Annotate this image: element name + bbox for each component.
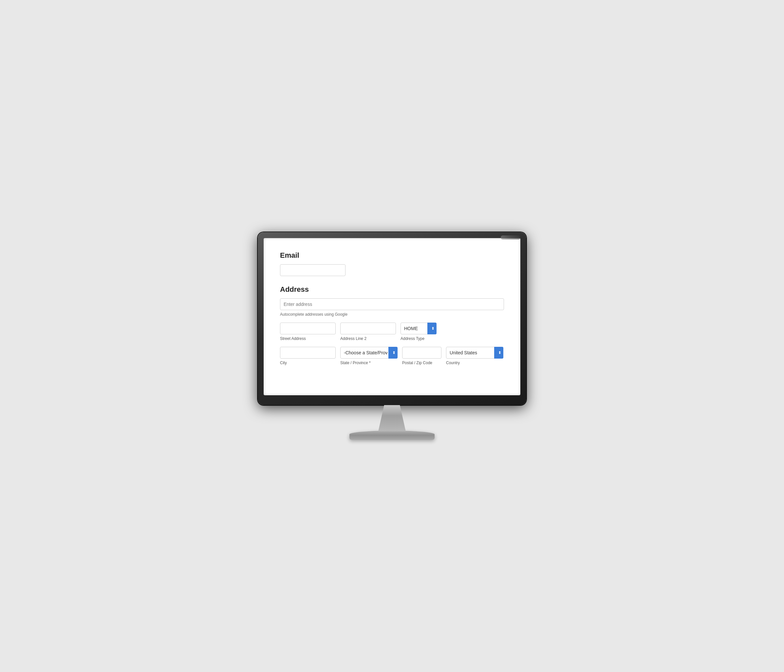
street-address-group: Street Address bbox=[280, 323, 336, 341]
state-select[interactable]: -Choose a State/Province- Alabama Alaska… bbox=[340, 347, 398, 359]
email-input[interactable] bbox=[280, 264, 345, 276]
address-type-group: HOME WORK OTHER Address Type bbox=[401, 323, 437, 341]
email-label: Email bbox=[280, 251, 504, 260]
address-row-2: City -Choose a State/Province- Alabama A… bbox=[280, 347, 504, 365]
address-line2-group: Address Line 2 bbox=[340, 323, 396, 341]
address-section: Address Autocomplete addresses using Goo… bbox=[280, 285, 504, 365]
country-select[interactable]: United States Canada United Kingdom Aust… bbox=[446, 347, 503, 359]
street-address-input[interactable] bbox=[280, 323, 336, 334]
address-autocomplete-input[interactable] bbox=[280, 298, 504, 310]
street-address-label: Street Address bbox=[280, 336, 336, 341]
monitor-bezel: Email Address Autocomplete addresses usi… bbox=[258, 232, 526, 405]
postal-label: Postal / Zip Code bbox=[402, 361, 442, 365]
city-label: City bbox=[280, 361, 336, 365]
state-label: State / Province * bbox=[340, 361, 398, 365]
monitor-screen: Email Address Autocomplete addresses usi… bbox=[264, 238, 520, 395]
address-type-select-wrapper: HOME WORK OTHER bbox=[401, 323, 437, 334]
postal-group: Postal / Zip Code bbox=[402, 347, 442, 365]
address-autocomplete-row bbox=[280, 298, 504, 310]
address-row-1: Street Address Address Line 2 HOME WORK bbox=[280, 323, 504, 341]
address-line2-label: Address Line 2 bbox=[340, 336, 396, 341]
postal-input[interactable] bbox=[402, 347, 442, 359]
country-label: Country bbox=[446, 361, 503, 365]
city-group: City bbox=[280, 347, 336, 365]
monitor-wrapper: Email Address Autocomplete addresses usi… bbox=[258, 232, 526, 440]
country-group: United States Canada United Kingdom Aust… bbox=[446, 347, 503, 365]
monitor-base bbox=[349, 431, 435, 440]
screen-content: Email Address Autocomplete addresses usi… bbox=[264, 238, 520, 385]
email-section: Email bbox=[280, 251, 504, 276]
address-type-label: Address Type bbox=[401, 336, 437, 341]
autocomplete-hint: Autocomplete addresses using Google bbox=[280, 312, 504, 317]
address-line2-input[interactable] bbox=[340, 323, 396, 334]
monitor-neck bbox=[372, 405, 412, 431]
state-select-wrapper: -Choose a State/Province- Alabama Alaska… bbox=[340, 347, 398, 359]
city-input[interactable] bbox=[280, 347, 336, 359]
country-select-wrapper: United States Canada United Kingdom Aust… bbox=[446, 347, 503, 359]
address-type-select[interactable]: HOME WORK OTHER bbox=[401, 323, 437, 334]
address-label: Address bbox=[280, 285, 504, 294]
state-group: -Choose a State/Province- Alabama Alaska… bbox=[340, 347, 398, 365]
